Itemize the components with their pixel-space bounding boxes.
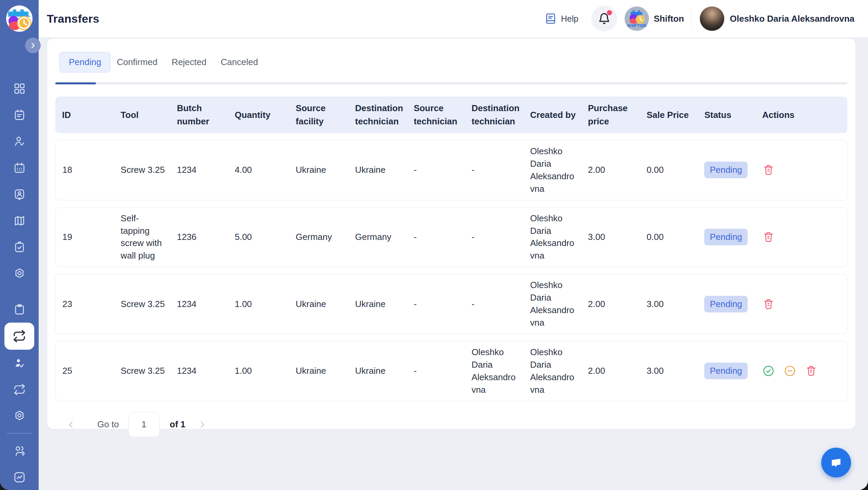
- user-check-icon: [13, 135, 26, 148]
- tab-rejected[interactable]: Rejected: [172, 52, 206, 72]
- user-avatar: [700, 6, 724, 31]
- col-actions: Actions: [755, 97, 847, 133]
- cell-tool: Screw 3.25: [114, 274, 170, 334]
- page-prev-button[interactable]: [66, 420, 76, 430]
- delete-button[interactable]: [762, 164, 775, 176]
- user-menu[interactable]: Oleshko Daria Aleksandrovna: [700, 6, 854, 31]
- tab-confirmed[interactable]: Confirmed: [117, 52, 157, 72]
- cell-purchase-price: 2.00: [581, 140, 640, 200]
- sidebar-item-clipboard[interactable]: [4, 296, 35, 323]
- trash-icon: [762, 231, 775, 243]
- help-manual-icon: [544, 12, 557, 25]
- col-purchase-price: Purchase price: [581, 97, 640, 133]
- sidebar-item-notes[interactable]: [4, 102, 35, 128]
- sidebar-item-analytics[interactable]: [4, 464, 35, 490]
- sidebar-item-map[interactable]: [4, 207, 35, 234]
- notes-icon: [13, 109, 26, 121]
- sidebar-item-user-check[interactable]: [4, 128, 35, 155]
- table-row: 25 Screw 3.25 1234 1.00 Ukraine Ukraine …: [55, 341, 847, 401]
- sidebar-item-technician-check[interactable]: [4, 350, 35, 376]
- cell-id: 19: [55, 207, 114, 267]
- sidebar-expand-button[interactable]: [25, 38, 41, 53]
- sidebar-item-settings-nut-2[interactable]: [4, 403, 35, 429]
- col-source-facility: Source facility: [289, 97, 348, 133]
- tab-indicator: [55, 82, 96, 84]
- cell-status: Pending: [697, 207, 755, 267]
- cell-id: 23: [55, 274, 114, 334]
- notification-dot: [607, 10, 612, 15]
- trash-icon: [762, 164, 775, 176]
- cell-source-facility: Ukraine: [289, 140, 348, 200]
- company-switcher[interactable]: SHIFTON Shifton: [625, 6, 684, 31]
- tab-canceled[interactable]: Canceled: [221, 52, 258, 72]
- cell-tool: Screw 3.25: [114, 341, 170, 401]
- transfers-icon: [13, 329, 26, 343]
- cell-source-technician: -: [407, 140, 465, 200]
- cell-butch-number: 1234: [170, 140, 228, 200]
- help-button[interactable]: Help: [544, 12, 578, 25]
- cell-created-by: Oleshko Daria Aleksandrovna: [524, 207, 581, 267]
- table-header-row: ID Tool Butch number Quantity Source fac…: [55, 97, 847, 133]
- sidebar-item-id-badge[interactable]: [4, 181, 35, 207]
- transfers-table: ID Tool Butch number Quantity Source fac…: [55, 90, 847, 408]
- company-logo-icon: SHIFTON: [625, 6, 649, 31]
- cell-destination-technician-2: -: [465, 274, 524, 334]
- company-logo-text: SHIFTON: [627, 23, 647, 28]
- page-title: Transfers: [47, 12, 99, 25]
- cell-purchase-price: 2.00: [581, 341, 640, 401]
- reject-button[interactable]: [784, 365, 796, 377]
- cell-quantity: 4.00: [228, 140, 289, 200]
- table-row: 23 Screw 3.25 1234 1.00 Ukraine Ukraine …: [55, 274, 847, 334]
- cell-purchase-price: 3.00: [581, 207, 640, 267]
- page-input[interactable]: [129, 412, 160, 437]
- cell-destination-technician-2: -: [465, 207, 524, 267]
- delete-button[interactable]: [762, 231, 775, 243]
- notifications-button[interactable]: [591, 6, 617, 32]
- cell-quantity: 1.00: [228, 341, 289, 401]
- cell-actions: [755, 341, 847, 401]
- status-badge: Pending: [704, 229, 747, 245]
- clipboard-check-icon: [13, 241, 26, 253]
- status-badge: Pending: [704, 162, 747, 178]
- cell-status: Pending: [697, 274, 755, 334]
- user-name: Oleshko Daria Aleksandrovna: [730, 14, 854, 24]
- col-id: ID: [55, 97, 114, 133]
- dashboard-grid-icon: [13, 82, 26, 95]
- shifton-app-logo[interactable]: [6, 5, 33, 32]
- cell-status: Pending: [697, 341, 755, 401]
- cell-created-by: Oleshko Daria Aleksandrovna: [524, 341, 581, 401]
- cell-sale-price: 0.00: [640, 207, 698, 267]
- sidebar-item-settings-nut[interactable]: [4, 260, 35, 287]
- calendar-icon: [13, 162, 26, 174]
- approve-button[interactable]: [762, 365, 775, 377]
- status-badge: Pending: [704, 296, 747, 312]
- sidebar-item-calendar[interactable]: [4, 155, 35, 181]
- delete-button[interactable]: [762, 298, 775, 310]
- sidebar-item-dashboard[interactable]: [4, 75, 35, 102]
- tab-indicator-track: [55, 82, 847, 84]
- cell-destination-technician: Germany: [348, 207, 407, 267]
- help-label: Help: [561, 14, 578, 24]
- chat-button[interactable]: [821, 448, 851, 477]
- sidebar-item-exchange[interactable]: [4, 376, 35, 403]
- sidebar-item-team[interactable]: [4, 437, 35, 464]
- topbar-divider: [691, 8, 692, 29]
- content-area: Pending Confirmed Rejected Canceled: [39, 37, 868, 490]
- shifton-logo-icon: [6, 5, 33, 32]
- sidebar-item-clipboard-check[interactable]: [4, 234, 35, 260]
- cell-created-by: Oleshko Daria Aleksandrovna: [524, 274, 581, 334]
- cell-destination-technician: Ukraine: [348, 274, 407, 334]
- chat-bubble-icon: [828, 454, 844, 471]
- topbar: Transfers Help: [39, 0, 868, 37]
- cell-source-facility: Ukraine: [289, 274, 348, 334]
- app-window: Transfers Help: [0, 0, 868, 490]
- exchange-icon: [13, 383, 26, 396]
- delete-button[interactable]: [805, 365, 817, 377]
- col-status: Status: [697, 97, 755, 133]
- tab-pending[interactable]: Pending: [59, 52, 111, 73]
- page-count-label: of 1: [170, 419, 185, 430]
- page-next-button[interactable]: [197, 420, 207, 430]
- cell-butch-number: 1234: [170, 274, 228, 334]
- cell-source-facility: Ukraine: [289, 341, 348, 401]
- sidebar-item-transfers[interactable]: [4, 323, 34, 350]
